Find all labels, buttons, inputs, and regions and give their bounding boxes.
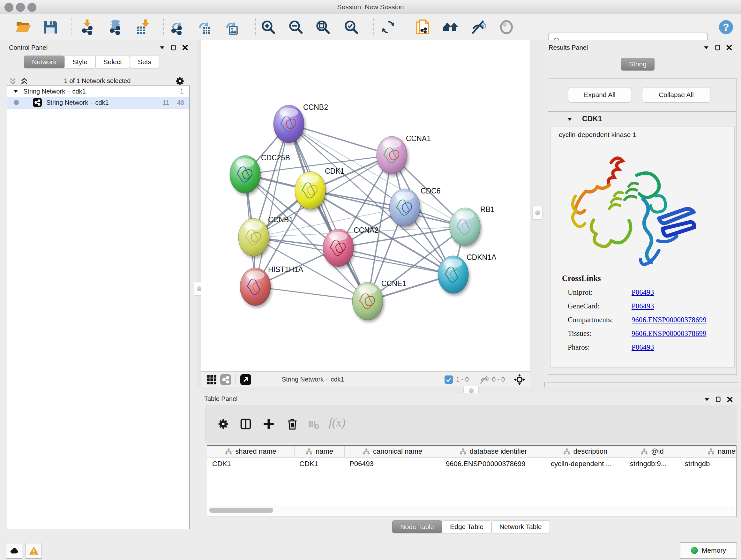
cloud-button[interactable] [6,543,22,559]
network-node-CCNB2[interactable] [273,105,304,143]
crosslink-link[interactable]: 9606.ENSP00000378699 [631,316,706,324]
table-cell[interactable]: stringdb:9... [625,458,680,469]
import-table-icon[interactable] [136,19,151,35]
hide-selected-icon[interactable] [471,19,486,35]
zoom-out-icon[interactable] [288,19,304,35]
zoom-fit-icon[interactable] [315,19,331,35]
crosslink-link[interactable]: P06493 [631,302,654,310]
float-panel-icon[interactable] [715,396,722,404]
column-header-name[interactable]: name [294,446,345,457]
table-horizontal-scrollbar[interactable] [207,506,735,514]
crosslink-link[interactable]: P06493 [631,343,654,352]
column-header--id[interactable]: @id [625,446,680,457]
string-document-icon[interactable] [415,19,430,35]
network-node-CDC6[interactable] [389,189,420,226]
network-node-CDK1[interactable] [295,172,326,209]
column-header-database-identifier[interactable]: database identifier [441,446,546,457]
table-cell[interactable]: P06493 [344,458,441,469]
selected-checkbox-icon[interactable] [445,375,453,384]
export-image-icon[interactable] [223,19,239,35]
refresh-icon[interactable] [381,19,396,35]
show-columns-icon[interactable] [240,418,252,430]
table-cell[interactable]: stringdb [680,458,737,469]
table-cell[interactable]: CDK1 [294,458,344,469]
tab-node-table[interactable]: Node Table [392,520,442,533]
crosslink-link[interactable]: P06493 [631,288,654,297]
warnings-button[interactable] [25,543,42,559]
column-header-shared-name[interactable]: shared name [207,446,294,457]
birdseye-network-icon[interactable] [220,374,231,385]
network-node-CDC25B[interactable] [230,155,260,193]
table-cell[interactable]: 9606.ENSP00000378699 [441,458,546,469]
zoom-in-icon[interactable] [261,19,276,35]
tab-style[interactable]: Style [64,56,95,68]
float-panel-icon[interactable] [170,44,177,52]
left-panel-divider[interactable] [197,40,201,387]
svg-text:?: ? [723,21,729,33]
memory-button[interactable]: Memory [680,542,737,559]
help-icon[interactable]: ? [718,19,734,35]
network-canvas[interactable]: CCNB2CCNA1CDC25BCDK1CDC6RB1CCNB1CCNA2CDK… [201,40,530,371]
table-cell[interactable]: cyclin-dependent ... [546,458,625,469]
network-row[interactable]: String Network – cdk1 11 48 [7,97,189,109]
column-header-canonical-name[interactable]: canonical name [344,446,441,457]
homes-icon[interactable] [443,19,459,35]
collection-label: String Network – cdk1 [23,88,86,95]
show-all-eye-icon[interactable] [499,19,514,35]
network-node-HIST1H1A[interactable] [240,268,271,306]
tab-network[interactable]: Network [24,56,64,68]
node-label-CCNA2: CCNA2 [354,226,379,234]
network-node-CDKN1A[interactable] [438,256,468,294]
network-row-label: String Network – cdk1 [46,99,109,106]
grid-view-icon[interactable] [206,374,217,385]
table-settings-gear-icon[interactable] [217,418,229,430]
main-toolbar: ? [0,14,741,41]
zoom-selected-icon[interactable] [344,19,359,35]
network-options-gear-icon[interactable] [175,76,185,86]
export-network-icon[interactable] [169,19,184,35]
panel-menu-icon[interactable] [158,44,165,52]
network-node-CCNE1[interactable] [352,282,383,320]
expand-all-networks-icon[interactable] [20,77,29,85]
right-divider-handle[interactable] [532,206,542,220]
open-in-window-icon[interactable] [240,374,251,385]
network-collection-row[interactable]: String Network – cdk1 1 [7,86,189,97]
network-edge-HIST1H1A-CCNE1[interactable] [255,287,367,301]
column-header-namespace[interactable]: namespace [680,446,737,457]
tab-sets[interactable]: Sets [130,56,159,68]
open-session-icon[interactable] [15,19,30,35]
panel-menu-icon[interactable] [703,396,711,404]
tab-select[interactable]: Select [95,56,130,68]
tab-network-table[interactable]: Network Table [491,520,550,533]
network-node-RB1[interactable] [450,208,480,246]
network-node-CCNA2[interactable] [323,229,354,266]
tab-string[interactable]: String [621,58,655,71]
export-table-icon[interactable] [196,19,211,35]
network-edge-CCNB2-CCNA1[interactable] [289,124,392,155]
panel-menu-icon[interactable] [703,44,710,52]
float-panel-icon[interactable] [714,44,721,52]
fit-selection-crosshair-icon[interactable] [514,374,525,385]
close-panel-icon[interactable] [726,44,733,52]
collapse-all-networks-icon[interactable] [8,77,17,85]
collection-expander-icon[interactable] [12,88,19,95]
gene-expander-icon[interactable] [566,116,573,123]
import-database-icon[interactable] [107,19,123,35]
network-node-CCNA1[interactable] [377,136,407,174]
scrollbar-thumb[interactable] [209,508,273,513]
expand-all-button[interactable]: Expand All [568,87,631,103]
close-panel-icon[interactable] [182,44,189,52]
network-edge-CCNB2-CCNE1[interactable] [289,124,367,301]
delete-column-icon[interactable] [286,418,298,430]
close-panel-icon[interactable] [726,396,733,404]
column-header-description[interactable]: description [546,446,625,457]
import-network-icon[interactable] [79,19,95,35]
collapse-all-button[interactable]: Collapse All [642,87,711,103]
tab-edge-table[interactable]: Edge Table [442,520,491,533]
save-session-icon[interactable] [43,19,58,35]
gene-section-header[interactable]: CDK1 [548,112,737,126]
crosslink-link[interactable]: 9606.ENSP00000378699 [631,329,706,338]
table-cell[interactable]: CDK1 [207,458,294,469]
network-node-CCNB1[interactable] [239,219,269,256]
add-column-icon[interactable] [263,418,275,430]
